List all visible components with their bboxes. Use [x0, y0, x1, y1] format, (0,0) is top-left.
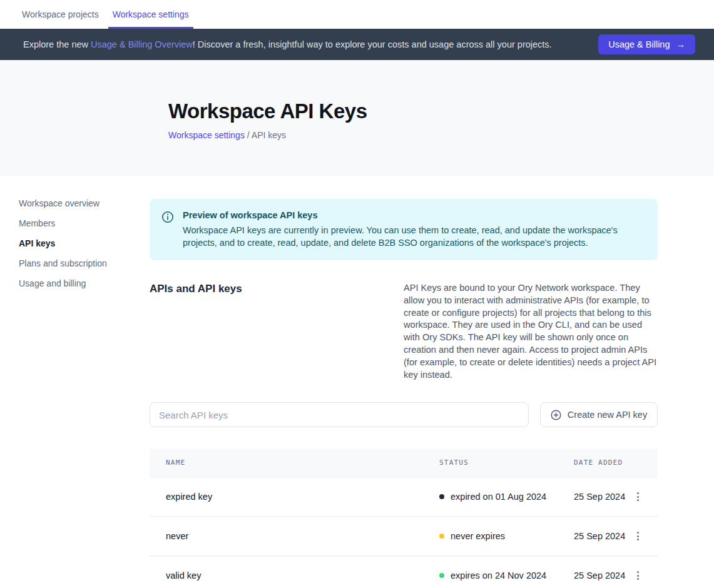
status-dot-icon: [439, 573, 444, 578]
announcement-banner: Explore the new Usage & Billing Overview…: [0, 29, 714, 60]
status-dot-icon: [439, 494, 444, 499]
table-row: nevernever expires25 Sep 2024: [150, 517, 658, 556]
top-navigation: Workspace projectsWorkspace settings: [0, 0, 714, 29]
api-keys-section: APIs and API keys API Keys are bound to …: [150, 282, 658, 381]
tab-workspace-settings[interactable]: Workspace settings: [108, 1, 193, 29]
section-description: API Keys are bound to your Ory Network w…: [404, 282, 658, 381]
section-heading: APIs and API keys: [150, 282, 404, 381]
banner-text-before: Explore the new: [23, 39, 91, 49]
arrow-right-icon: →: [676, 39, 686, 49]
column-header-status: STATUS: [439, 459, 574, 467]
api-key-status: expired on 01 Aug 2024: [439, 492, 574, 502]
row-actions-menu-icon[interactable]: [630, 566, 645, 585]
preview-callout: Preview of workspace API keys Workspace …: [150, 199, 658, 260]
banner-text-after: ! Discover a fresh, insightful way to ex…: [193, 39, 552, 49]
banner-usage-billing-link[interactable]: Usage & Billing Overview: [91, 39, 193, 49]
api-key-date-added: 25 Sep 2024: [574, 570, 630, 580]
api-key-name: never: [166, 531, 439, 541]
breadcrumb-separator: /: [245, 130, 252, 140]
preview-callout-content: Preview of workspace API keys Workspace …: [183, 210, 643, 249]
create-api-key-button[interactable]: Create new API key: [540, 402, 658, 427]
preview-callout-body: Workspace API keys are currently in prev…: [183, 224, 643, 249]
tab-workspace-projects[interactable]: Workspace projects: [18, 1, 103, 29]
sidebar-item-usage-and-billing[interactable]: Usage and billing: [19, 279, 150, 288]
api-key-name: expired key: [166, 492, 439, 502]
table-row: valid keyexpires on 24 Nov 202425 Sep 20…: [150, 556, 658, 588]
sidebar-item-plans-and-subscription[interactable]: Plans and subscription: [19, 259, 150, 268]
row-actions-menu-icon[interactable]: [630, 487, 645, 506]
breadcrumb-current: API keys: [252, 130, 286, 140]
status-dot-icon: [439, 534, 444, 539]
create-api-key-button-label: Create new API key: [568, 410, 647, 420]
api-key-status: expires on 24 Nov 2024: [439, 570, 574, 580]
api-keys-toolbar: Create new API key: [150, 402, 658, 427]
column-header-name: NAME: [166, 459, 439, 467]
banner-message: Explore the new Usage & Billing Overview…: [23, 39, 598, 49]
breadcrumb: Workspace settings / API keys: [168, 130, 714, 140]
table-row: expired keyexpired on 01 Aug 202425 Sep …: [150, 477, 658, 517]
api-keys-table: NAMESTATUSDATE ADDED expired keyexpired …: [150, 449, 658, 588]
status-label: expires on 24 Nov 2024: [451, 570, 546, 580]
api-keys-table-header: NAMESTATUSDATE ADDED: [150, 449, 658, 477]
sidebar-item-workspace-overview[interactable]: Workspace overview: [19, 199, 150, 208]
page-title: Workspace API Keys: [168, 99, 714, 123]
settings-sidebar: Workspace overviewMembersAPI keysPlans a…: [0, 199, 150, 588]
breadcrumb-workspace-settings-link[interactable]: Workspace settings: [168, 130, 245, 140]
main-panel: Preview of workspace API keys Workspace …: [150, 199, 676, 588]
row-actions-menu-icon[interactable]: [630, 527, 645, 545]
api-key-status: never expires: [439, 531, 574, 541]
api-key-date-added: 25 Sep 2024: [574, 531, 630, 541]
search-input[interactable]: [150, 402, 529, 427]
column-header-date-added: DATE ADDED: [574, 459, 630, 467]
sidebar-item-api-keys[interactable]: API keys: [19, 239, 150, 248]
usage-billing-button-label: Usage & Billing: [608, 39, 670, 49]
usage-billing-button[interactable]: Usage & Billing →: [598, 34, 695, 54]
info-icon: [161, 211, 174, 249]
api-key-date-added: 25 Sep 2024: [574, 492, 630, 502]
page-header: Workspace API Keys Workspace settings / …: [0, 60, 714, 176]
status-label: never expires: [451, 531, 505, 541]
preview-callout-title: Preview of workspace API keys: [183, 210, 643, 220]
content-area: Workspace overviewMembersAPI keysPlans a…: [0, 176, 714, 588]
api-keys-table-body: expired keyexpired on 01 Aug 202425 Sep …: [150, 477, 658, 588]
plus-circle-icon: [551, 410, 561, 420]
api-key-name: valid key: [166, 570, 439, 580]
status-label: expired on 01 Aug 2024: [451, 492, 546, 502]
sidebar-item-members[interactable]: Members: [19, 219, 150, 228]
